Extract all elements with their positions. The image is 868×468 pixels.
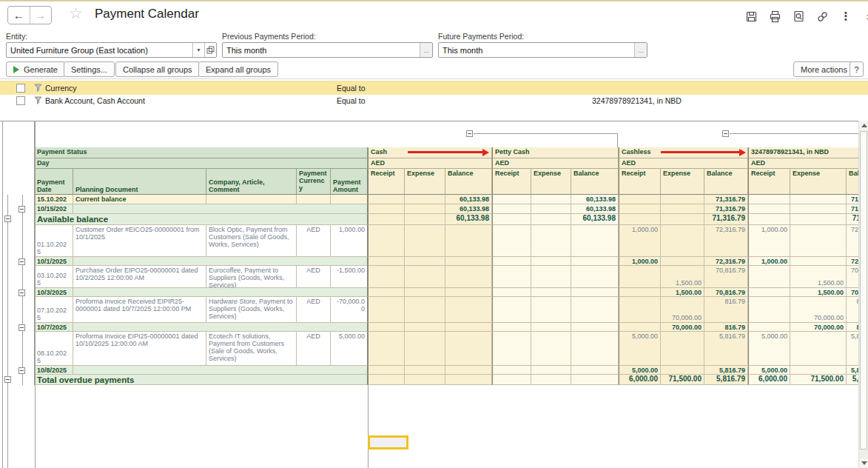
cell-lr[interactable]: [619, 297, 661, 323]
cell-pe[interactable]: [531, 366, 571, 375]
cell-pb[interactable]: [571, 266, 619, 288]
cell-nr[interactable]: [748, 297, 790, 323]
cell-lr[interactable]: 6,000.00: [619, 375, 661, 385]
table-row[interactable]: Available balance60,133.9860,133.9871,31…: [0, 214, 858, 225]
cell-nb[interactable]: 70,816.79: [847, 266, 858, 288]
cell-pe[interactable]: [531, 266, 571, 288]
cell-nb[interactable]: 5,816.79: [847, 366, 858, 375]
cell-group-span[interactable]: [73, 366, 368, 375]
cell-lr[interactable]: 5,000.00: [619, 366, 661, 375]
cell-pb[interactable]: [571, 225, 619, 257]
cell-cb[interactable]: [445, 366, 492, 375]
cell-amount[interactable]: [331, 195, 368, 204]
cell-cr[interactable]: [368, 297, 405, 323]
cell-ce[interactable]: [405, 257, 445, 266]
cell-pe[interactable]: [531, 204, 571, 214]
cell-lr[interactable]: [619, 266, 661, 288]
cell-nr[interactable]: [748, 288, 790, 297]
cell-le[interactable]: [661, 195, 704, 204]
cell-pb[interactable]: [571, 332, 619, 366]
cell-lr[interactable]: [619, 214, 661, 225]
cell-lb[interactable]: 72,316.79: [704, 225, 748, 257]
cell-cb[interactable]: 60,133.98: [445, 214, 492, 225]
cell-ce[interactable]: [405, 204, 445, 214]
cell-pb[interactable]: 60,133.98: [571, 214, 619, 225]
cell-pb[interactable]: [571, 366, 619, 375]
future-period-input[interactable]: This month ...: [438, 42, 647, 58]
cell-ne[interactable]: [790, 214, 847, 225]
cell-group-span[interactable]: [73, 257, 368, 266]
cell-ce[interactable]: [405, 297, 445, 323]
cell-pb[interactable]: 60,133.98: [571, 204, 619, 214]
row-group-collapse-toggle[interactable]: [18, 367, 25, 374]
cell-nb[interactable]: 71,316.79: [847, 214, 858, 225]
prev-period-input[interactable]: This month ...: [222, 42, 433, 58]
cell-nr[interactable]: 5,000.00: [748, 366, 790, 375]
cell-amount[interactable]: 1,000.00: [331, 225, 368, 257]
prev-period-more-button[interactable]: ...: [420, 43, 432, 57]
cell-lb[interactable]: 70,816.79: [704, 266, 748, 288]
cell-pb[interactable]: [571, 323, 619, 332]
cell-company[interactable]: [206, 195, 297, 204]
cell-cb[interactable]: [445, 332, 492, 366]
cell-pr[interactable]: [492, 366, 531, 375]
cell-group-span[interactable]: [73, 288, 368, 297]
cell-pe[interactable]: [531, 257, 571, 266]
cell-ne[interactable]: [790, 195, 847, 204]
cell-pb[interactable]: [571, 297, 619, 323]
cell-pe[interactable]: [531, 332, 571, 366]
cell-ce[interactable]: [405, 366, 445, 375]
cell-lb[interactable]: 816.79: [704, 323, 748, 332]
cell-nr[interactable]: [748, 266, 790, 288]
cell-section-label[interactable]: Available balance: [35, 214, 368, 225]
cell-group-date[interactable]: 10/7/2025: [35, 323, 73, 332]
filter-row-currency[interactable]: Currency Equal to: [0, 81, 868, 95]
cell-le[interactable]: 71,500.00: [661, 375, 704, 385]
cell-pr[interactable]: [492, 195, 531, 204]
cell-ne[interactable]: [790, 225, 847, 257]
cell-cb[interactable]: [445, 266, 492, 288]
cell-le[interactable]: [661, 214, 704, 225]
cell-cr[interactable]: [368, 266, 405, 288]
cell-cb[interactable]: [445, 375, 492, 385]
cell-cr[interactable]: [368, 375, 405, 385]
cell-nr[interactable]: 1,000.00: [748, 257, 790, 266]
cell-nr[interactable]: [748, 204, 790, 214]
cell-pe[interactable]: [531, 195, 571, 204]
cell-ce[interactable]: [405, 195, 445, 204]
cell-nb[interactable]: 816.79: [847, 323, 858, 332]
row-group-collapse-toggle[interactable]: [18, 290, 25, 296]
table-row[interactable]: 01.10.2025Customer Order #EICO25-0000000…: [0, 225, 858, 257]
cell-ne[interactable]: 1,500.00: [790, 288, 847, 297]
cell-ne[interactable]: 71,500.00: [790, 375, 847, 385]
cell-lr[interactable]: [619, 204, 661, 214]
table-row[interactable]: 08.10.2025Proforma Invoice EIPI25-000000…: [0, 332, 858, 366]
forward-button[interactable]: →: [30, 7, 52, 24]
cell-pb[interactable]: 60,133.98: [571, 195, 619, 204]
scrollbar-thumb[interactable]: [860, 131, 867, 449]
cell-lr[interactable]: [619, 288, 661, 297]
cell-group-span[interactable]: [73, 323, 368, 332]
link-icon[interactable]: [815, 10, 829, 23]
table-row[interactable]: 07.10.2025Proforma Invoice Received EIPI…: [0, 297, 858, 323]
cell-date[interactable]: 15.10.2025: [35, 195, 73, 204]
cell-cb[interactable]: [445, 288, 492, 297]
cell-pe[interactable]: [531, 297, 571, 323]
cell-cr[interactable]: [368, 225, 405, 257]
cell-pr[interactable]: [492, 288, 531, 297]
cell-cr[interactable]: [368, 323, 405, 332]
save-icon[interactable]: [744, 10, 758, 23]
cell-pr[interactable]: [492, 214, 531, 225]
selected-cell[interactable]: [368, 435, 408, 449]
cell-le[interactable]: [661, 257, 704, 266]
cell-pe[interactable]: [531, 323, 571, 332]
row-group-collapse-toggle[interactable]: [18, 206, 25, 213]
cell-nr[interactable]: [748, 195, 790, 204]
settings-button[interactable]: Settings...: [64, 61, 115, 77]
cell-company[interactable]: Ecotech IT solutions, Payment from Custo…: [206, 332, 297, 366]
table-row[interactable]: 10/15/202560,133.9860,133.9871,316.7971,…: [0, 204, 858, 214]
cell-pr[interactable]: [492, 225, 531, 257]
cell-lr[interactable]: 5,000.00: [619, 332, 661, 366]
cell-pe[interactable]: [531, 214, 571, 225]
expand-all-groups-button[interactable]: Expand all groups: [198, 61, 278, 77]
